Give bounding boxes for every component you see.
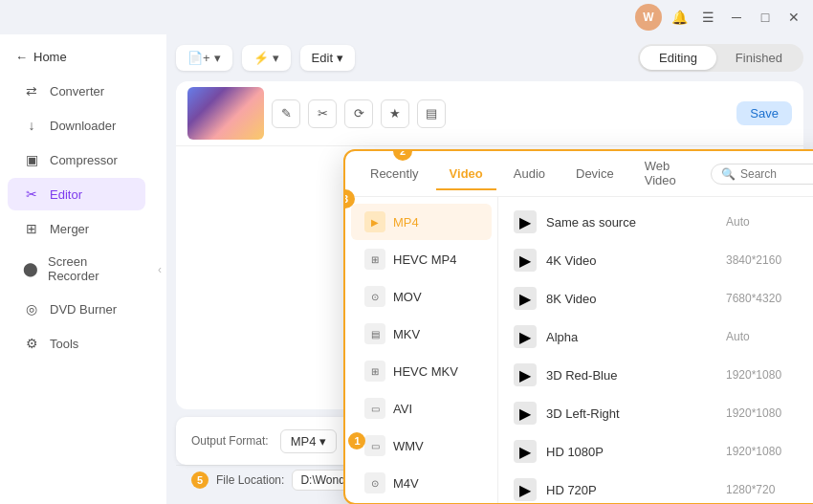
sidebar-item-label: Converter — [50, 84, 104, 99]
search-input[interactable] — [740, 167, 813, 181]
sidebar-item-converter[interactable]: ⇄ Converter — [8, 75, 145, 107]
format-tab-recently[interactable]: Recently — [357, 159, 432, 190]
sidebar-item-dvd-burner[interactable]: ◎ DVD Burner — [8, 293, 145, 325]
same-source-icon: ▶ — [514, 210, 537, 233]
format-left-label: M4V — [393, 476, 419, 491]
subtitle-tool-btn[interactable]: ▤ — [417, 99, 446, 128]
format-right-name: HD 1080P — [546, 445, 716, 459]
format-right-name: 3D Red-Blue — [546, 368, 716, 383]
sidebar-item-label: Editor — [50, 187, 82, 202]
crop-tool-btn[interactable]: ✂ — [308, 99, 337, 128]
rotate-tool-btn[interactable]: ⟳ — [344, 99, 373, 128]
top-bar: 📄+ ▾ ⚡ ▾ Edit ▾ Editing Finished — [176, 44, 803, 72]
format-right-same-as-source[interactable]: ▶ Same as source Auto ✎ — [504, 203, 813, 241]
dvd-burner-icon: ◎ — [23, 300, 40, 318]
hd1080-icon: ▶ — [514, 440, 537, 463]
downloader-icon: ↓ — [23, 117, 40, 134]
output-format-btn[interactable]: MP4 ▾ — [280, 429, 338, 453]
sidebar-item-label: Downloader — [50, 119, 116, 133]
converter-icon: ⇄ — [23, 82, 40, 99]
search-icon: 🔍 — [721, 167, 736, 181]
format-right-3d-left-right[interactable]: ▶ 3D Left-Right 1920*1080 ✎ — [504, 394, 813, 432]
sidebar-item-downloader[interactable]: ↓ Downloader — [8, 109, 145, 142]
format-right-hd-720p[interactable]: ▶ HD 720P 1280*720 ✎ — [504, 471, 813, 503]
output-format-label: Output Format: — [191, 434, 269, 448]
format-left-mp4[interactable]: ▶ MP4 — [351, 204, 492, 240]
minimize-btn[interactable]: ─ — [725, 6, 748, 29]
format-right-3d-red-blue[interactable]: ▶ 3D Red-Blue 1920*1080 ✎ — [504, 356, 813, 394]
tab-group: Editing Finished — [638, 44, 803, 72]
format-left-hevc-mkv[interactable]: ⊞ HEVC MKV — [351, 353, 492, 389]
add-file-chevron: ▾ — [214, 51, 221, 65]
format-right-name: 8K Video — [546, 292, 716, 306]
format-tab-audio[interactable]: Audio — [500, 159, 559, 190]
sidebar-item-screen-recorder[interactable]: ⬤ Screen Recorder — [8, 247, 145, 291]
hevc-mp4-icon: ⊞ — [364, 249, 385, 270]
effect-tool-btn[interactable]: ★ — [381, 99, 409, 128]
sidebar-item-editor[interactable]: ✂ Editor — [8, 178, 145, 210]
3d-rb-icon: ▶ — [514, 363, 537, 386]
main-layout: ← Home ⇄ Converter ↓ Downloader ▣ Compre… — [0, 34, 813, 504]
format-right-resolution: 1920*1080 — [726, 406, 802, 420]
compressor-icon: ▣ — [23, 151, 40, 168]
file-location-label: File Location: — [216, 473, 284, 487]
format-tabs: Recently Video Audio Device Web Video 🔍 — [345, 151, 813, 197]
save-button[interactable]: Save — [736, 101, 792, 125]
format-left-wmv[interactable]: ▭ WMV — [351, 427, 492, 464]
add-file-btn[interactable]: 📄+ ▾ — [176, 45, 232, 71]
format-tab-device[interactable]: Device — [562, 159, 627, 190]
output-format-value: MP4 — [291, 434, 317, 449]
format-right-resolution: Auto — [726, 330, 802, 343]
mkv-icon: ▤ — [364, 323, 385, 344]
editor-icon: ✂ — [23, 186, 40, 203]
sidebar-item-label: Merger — [50, 222, 89, 236]
notification-btn[interactable]: 🔔 — [668, 6, 691, 29]
format-tab-webvideo[interactable]: Web Video — [631, 151, 707, 197]
format-overlay: 2 3 4 Recently Video Audio Device Web Vi… — [343, 149, 813, 504]
format-right-alpha[interactable]: ▶ Alpha Auto ✎ — [504, 318, 813, 356]
format-search: 🔍 — [711, 164, 813, 185]
screen-recorder-icon: ⬤ — [23, 260, 38, 277]
format-left-avi[interactable]: ▭ AVI — [351, 390, 492, 427]
format-left-mkv[interactable]: ▤ MKV — [351, 316, 492, 352]
format-right-resolution: 1280*720 — [726, 483, 802, 496]
titlebar-controls: W 🔔 ☰ ─ □ ✕ — [635, 4, 805, 31]
add-speed-btn[interactable]: ⚡ ▾ — [242, 45, 291, 71]
add-file-icon: 📄+ — [187, 51, 210, 65]
speed-chevron: ▾ — [273, 51, 279, 65]
sidebar-item-compressor[interactable]: ▣ Compressor — [8, 143, 145, 176]
format-left-hevc-mp4[interactable]: ⊞ HEVC MP4 — [351, 241, 492, 277]
format-tab-video[interactable]: Video — [436, 159, 496, 190]
sidebar-item-merger[interactable]: ⊞ Merger — [8, 212, 145, 245]
menu-btn[interactable]: ☰ — [696, 6, 719, 29]
format-left-m4v[interactable]: ⊙ M4V — [351, 465, 492, 501]
sidebar-item-tools[interactable]: ⚙ Tools — [8, 327, 145, 360]
panel-tools: ✎ ✂ ⟳ ★ ▤ — [272, 99, 729, 128]
format-right-resolution: 1920*1080 — [726, 445, 802, 458]
format-right-name: HD 720P — [546, 483, 716, 497]
edit-dropdown[interactable]: Edit ▾ — [300, 45, 355, 71]
sidebar-back[interactable]: ← Home — [0, 44, 153, 70]
callout-badge-5: 5 — [191, 471, 209, 489]
3d-lr-icon: ▶ — [514, 402, 537, 425]
format-right-list: ▶ Same as source Auto ✎ ▶ 4K Video 3840*… — [498, 197, 813, 503]
close-btn[interactable]: ✕ — [782, 6, 805, 29]
alpha-icon: ▶ — [514, 325, 537, 348]
sidebar-item-label: Compressor — [50, 153, 118, 167]
format-right-8k-video[interactable]: ▶ 8K Video 7680*4320 ✎ — [504, 279, 813, 318]
format-right-hd-1080p[interactable]: ▶ HD 1080P 1920*1080 ✎ — [504, 432, 813, 471]
tab-editing[interactable]: Editing — [640, 46, 716, 70]
maximize-btn[interactable]: □ — [754, 6, 777, 29]
format-right-resolution: 1920*1080 — [726, 368, 802, 382]
edit-label: Edit — [312, 51, 333, 65]
mp4-icon: ▶ — [364, 211, 385, 232]
format-right-4k-video[interactable]: ▶ 4K Video 3840*2160 ✎ — [504, 241, 813, 279]
sidebar-collapse-handle[interactable]: ‹ — [153, 34, 166, 504]
panel-toolbar: ✎ ✂ ⟳ ★ ▤ Save — [176, 81, 803, 146]
tab-finished[interactable]: Finished — [716, 46, 802, 70]
edit-tool-btn[interactable]: ✎ — [272, 99, 300, 128]
format-left-mov[interactable]: ⊙ MOV — [351, 278, 492, 315]
merger-icon: ⊞ — [23, 220, 40, 237]
format-right-name: 3D Left-Right — [546, 406, 716, 421]
format-left-label: MOV — [393, 290, 422, 304]
